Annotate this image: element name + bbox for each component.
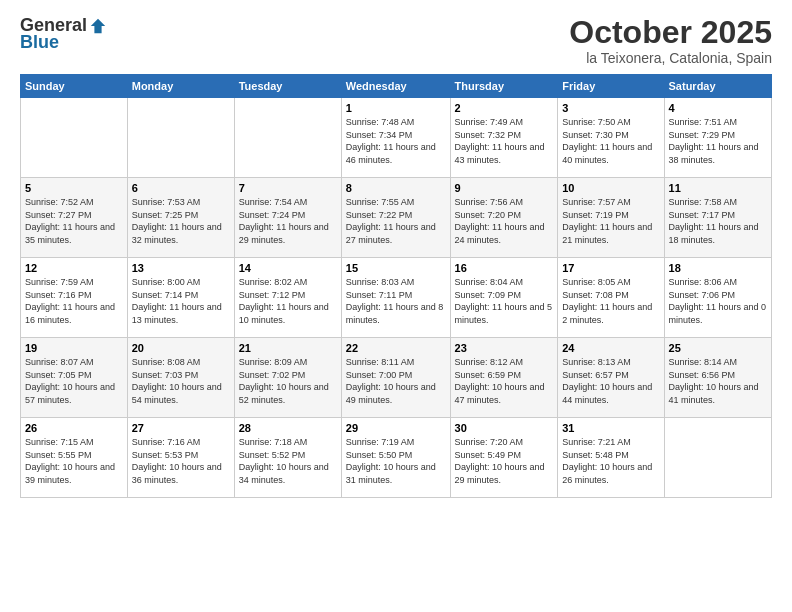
table-cell: 16Sunrise: 8:04 AM Sunset: 7:09 PM Dayli… (450, 258, 558, 338)
day-info: Sunrise: 7:16 AM Sunset: 5:53 PM Dayligh… (132, 436, 230, 486)
day-number: 9 (455, 182, 554, 194)
table-cell: 14Sunrise: 8:02 AM Sunset: 7:12 PM Dayli… (234, 258, 341, 338)
week-row-4: 19Sunrise: 8:07 AM Sunset: 7:05 PM Dayli… (21, 338, 772, 418)
table-cell: 26Sunrise: 7:15 AM Sunset: 5:55 PM Dayli… (21, 418, 128, 498)
day-info: Sunrise: 7:51 AM Sunset: 7:29 PM Dayligh… (669, 116, 767, 166)
day-number: 18 (669, 262, 767, 274)
logo-blue: Blue (20, 32, 59, 53)
table-cell: 13Sunrise: 8:00 AM Sunset: 7:14 PM Dayli… (127, 258, 234, 338)
week-row-1: 1Sunrise: 7:48 AM Sunset: 7:34 PM Daylig… (21, 98, 772, 178)
day-number: 19 (25, 342, 123, 354)
table-cell (234, 98, 341, 178)
day-number: 6 (132, 182, 230, 194)
table-cell (21, 98, 128, 178)
table-cell: 25Sunrise: 8:14 AM Sunset: 6:56 PM Dayli… (664, 338, 771, 418)
day-number: 1 (346, 102, 446, 114)
table-cell: 31Sunrise: 7:21 AM Sunset: 5:48 PM Dayli… (558, 418, 664, 498)
day-number: 20 (132, 342, 230, 354)
table-cell: 22Sunrise: 8:11 AM Sunset: 7:00 PM Dayli… (341, 338, 450, 418)
day-info: Sunrise: 7:52 AM Sunset: 7:27 PM Dayligh… (25, 196, 123, 246)
day-number: 2 (455, 102, 554, 114)
day-info: Sunrise: 8:14 AM Sunset: 6:56 PM Dayligh… (669, 356, 767, 406)
table-cell: 7Sunrise: 7:54 AM Sunset: 7:24 PM Daylig… (234, 178, 341, 258)
logo: General Blue (20, 15, 107, 53)
day-info: Sunrise: 7:19 AM Sunset: 5:50 PM Dayligh… (346, 436, 446, 486)
table-cell: 17Sunrise: 8:05 AM Sunset: 7:08 PM Dayli… (558, 258, 664, 338)
day-info: Sunrise: 7:55 AM Sunset: 7:22 PM Dayligh… (346, 196, 446, 246)
day-number: 7 (239, 182, 337, 194)
table-cell: 12Sunrise: 7:59 AM Sunset: 7:16 PM Dayli… (21, 258, 128, 338)
day-info: Sunrise: 7:56 AM Sunset: 7:20 PM Dayligh… (455, 196, 554, 246)
day-info: Sunrise: 7:20 AM Sunset: 5:49 PM Dayligh… (455, 436, 554, 486)
day-info: Sunrise: 7:49 AM Sunset: 7:32 PM Dayligh… (455, 116, 554, 166)
table-cell: 24Sunrise: 8:13 AM Sunset: 6:57 PM Dayli… (558, 338, 664, 418)
table-cell: 30Sunrise: 7:20 AM Sunset: 5:49 PM Dayli… (450, 418, 558, 498)
table-cell: 10Sunrise: 7:57 AM Sunset: 7:19 PM Dayli… (558, 178, 664, 258)
day-info: Sunrise: 8:13 AM Sunset: 6:57 PM Dayligh… (562, 356, 659, 406)
day-number: 12 (25, 262, 123, 274)
calendar-header-row: Sunday Monday Tuesday Wednesday Thursday… (21, 75, 772, 98)
table-cell: 27Sunrise: 7:16 AM Sunset: 5:53 PM Dayli… (127, 418, 234, 498)
day-number: 11 (669, 182, 767, 194)
day-number: 25 (669, 342, 767, 354)
day-info: Sunrise: 8:04 AM Sunset: 7:09 PM Dayligh… (455, 276, 554, 326)
day-number: 3 (562, 102, 659, 114)
day-info: Sunrise: 7:53 AM Sunset: 7:25 PM Dayligh… (132, 196, 230, 246)
day-info: Sunrise: 7:18 AM Sunset: 5:52 PM Dayligh… (239, 436, 337, 486)
col-monday: Monday (127, 75, 234, 98)
week-row-5: 26Sunrise: 7:15 AM Sunset: 5:55 PM Dayli… (21, 418, 772, 498)
day-info: Sunrise: 8:08 AM Sunset: 7:03 PM Dayligh… (132, 356, 230, 406)
table-cell: 18Sunrise: 8:06 AM Sunset: 7:06 PM Dayli… (664, 258, 771, 338)
day-number: 23 (455, 342, 554, 354)
day-info: Sunrise: 7:48 AM Sunset: 7:34 PM Dayligh… (346, 116, 446, 166)
col-wednesday: Wednesday (341, 75, 450, 98)
header: General Blue October 2025 la Teixonera, … (20, 15, 772, 66)
table-cell (664, 418, 771, 498)
day-info: Sunrise: 8:12 AM Sunset: 6:59 PM Dayligh… (455, 356, 554, 406)
day-number: 27 (132, 422, 230, 434)
day-number: 13 (132, 262, 230, 274)
day-info: Sunrise: 8:03 AM Sunset: 7:11 PM Dayligh… (346, 276, 446, 326)
col-thursday: Thursday (450, 75, 558, 98)
day-number: 30 (455, 422, 554, 434)
day-info: Sunrise: 7:58 AM Sunset: 7:17 PM Dayligh… (669, 196, 767, 246)
table-cell: 8Sunrise: 7:55 AM Sunset: 7:22 PM Daylig… (341, 178, 450, 258)
day-number: 5 (25, 182, 123, 194)
table-cell: 2Sunrise: 7:49 AM Sunset: 7:32 PM Daylig… (450, 98, 558, 178)
day-info: Sunrise: 7:59 AM Sunset: 7:16 PM Dayligh… (25, 276, 123, 326)
table-cell: 15Sunrise: 8:03 AM Sunset: 7:11 PM Dayli… (341, 258, 450, 338)
day-number: 4 (669, 102, 767, 114)
table-cell: 20Sunrise: 8:08 AM Sunset: 7:03 PM Dayli… (127, 338, 234, 418)
day-info: Sunrise: 8:06 AM Sunset: 7:06 PM Dayligh… (669, 276, 767, 326)
week-row-2: 5Sunrise: 7:52 AM Sunset: 7:27 PM Daylig… (21, 178, 772, 258)
calendar-table: Sunday Monday Tuesday Wednesday Thursday… (20, 74, 772, 498)
day-info: Sunrise: 7:50 AM Sunset: 7:30 PM Dayligh… (562, 116, 659, 166)
location: la Teixonera, Catalonia, Spain (569, 50, 772, 66)
table-cell: 19Sunrise: 8:07 AM Sunset: 7:05 PM Dayli… (21, 338, 128, 418)
day-number: 8 (346, 182, 446, 194)
table-cell: 29Sunrise: 7:19 AM Sunset: 5:50 PM Dayli… (341, 418, 450, 498)
day-number: 24 (562, 342, 659, 354)
table-cell: 4Sunrise: 7:51 AM Sunset: 7:29 PM Daylig… (664, 98, 771, 178)
day-info: Sunrise: 8:02 AM Sunset: 7:12 PM Dayligh… (239, 276, 337, 326)
day-info: Sunrise: 8:05 AM Sunset: 7:08 PM Dayligh… (562, 276, 659, 326)
table-cell: 3Sunrise: 7:50 AM Sunset: 7:30 PM Daylig… (558, 98, 664, 178)
day-info: Sunrise: 7:57 AM Sunset: 7:19 PM Dayligh… (562, 196, 659, 246)
table-cell: 9Sunrise: 7:56 AM Sunset: 7:20 PM Daylig… (450, 178, 558, 258)
table-cell (127, 98, 234, 178)
week-row-3: 12Sunrise: 7:59 AM Sunset: 7:16 PM Dayli… (21, 258, 772, 338)
day-number: 31 (562, 422, 659, 434)
day-number: 26 (25, 422, 123, 434)
day-info: Sunrise: 7:21 AM Sunset: 5:48 PM Dayligh… (562, 436, 659, 486)
table-cell: 11Sunrise: 7:58 AM Sunset: 7:17 PM Dayli… (664, 178, 771, 258)
day-info: Sunrise: 8:11 AM Sunset: 7:00 PM Dayligh… (346, 356, 446, 406)
table-cell: 6Sunrise: 7:53 AM Sunset: 7:25 PM Daylig… (127, 178, 234, 258)
table-cell: 5Sunrise: 7:52 AM Sunset: 7:27 PM Daylig… (21, 178, 128, 258)
table-cell: 23Sunrise: 8:12 AM Sunset: 6:59 PM Dayli… (450, 338, 558, 418)
day-number: 22 (346, 342, 446, 354)
title-block: October 2025 la Teixonera, Catalonia, Sp… (569, 15, 772, 66)
day-number: 16 (455, 262, 554, 274)
day-number: 21 (239, 342, 337, 354)
table-cell: 21Sunrise: 8:09 AM Sunset: 7:02 PM Dayli… (234, 338, 341, 418)
day-number: 17 (562, 262, 659, 274)
